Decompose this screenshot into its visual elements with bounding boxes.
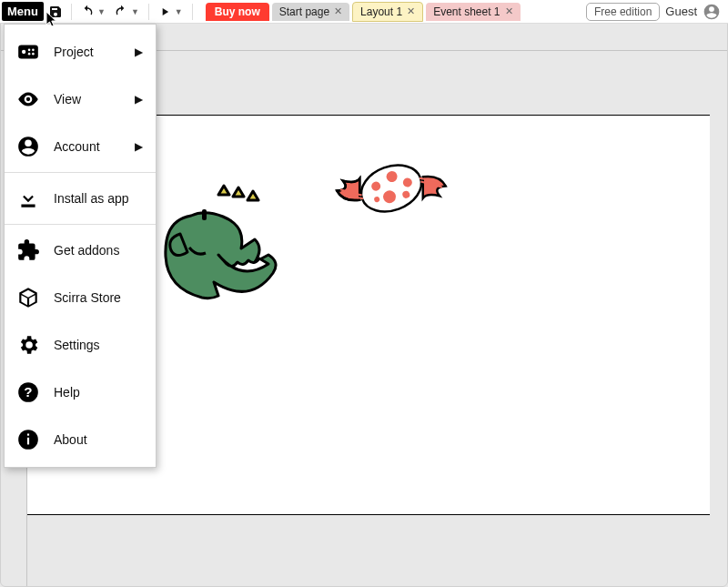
dinosaur-sprite[interactable] — [164, 184, 300, 305]
menu-item-install[interactable]: Install as app — [5, 175, 156, 222]
tab-label: Event sheet 1 — [433, 5, 500, 18]
tab-bar: Buy now Start page ✕ Layout 1 ✕ Event sh… — [206, 2, 521, 22]
separator — [148, 4, 149, 20]
project-icon — [15, 39, 41, 65]
menu-label: Project — [54, 45, 94, 59]
redo-icon[interactable] — [111, 2, 131, 22]
menu-item-about[interactable]: About — [5, 416, 156, 463]
account-icon — [15, 134, 41, 159]
menu-label: View — [54, 92, 81, 106]
menu-label: Settings — [54, 338, 100, 352]
gear-icon — [15, 332, 41, 358]
tab-label: Buy now — [215, 5, 260, 18]
play-icon[interactable] — [155, 2, 175, 22]
install-icon — [15, 186, 41, 211]
main-menu-dropdown: Project ▶ View ▶ Account ▶ Install as ap… — [4, 24, 157, 468]
svg-rect-10 — [27, 438, 29, 445]
svg-point-6 — [26, 97, 30, 101]
menu-label: About — [54, 432, 87, 447]
chevron-right-icon: ▶ — [135, 46, 143, 58]
menu-label: Get addons — [54, 243, 119, 258]
menu-label: Help — [54, 385, 80, 400]
tab-start-page[interactable]: Start page ✕ — [272, 3, 349, 21]
addons-icon — [15, 238, 41, 263]
menu-item-account[interactable]: Account ▶ — [5, 123, 156, 170]
undo-caret-icon[interactable]: ▼ — [97, 7, 106, 16]
toolbar-right: Free edition Guest — [586, 3, 726, 21]
tab-label: Layout 1 — [360, 5, 402, 18]
main-toolbar: Menu ▼ ▼ ▼ Buy now Start page ✕ Layout 1… — [0, 0, 728, 24]
menu-label: Account — [54, 139, 100, 154]
svg-text:?: ? — [24, 384, 32, 400]
close-icon[interactable]: ✕ — [334, 5, 342, 17]
menu-separator — [5, 172, 156, 173]
menu-item-view[interactable]: View ▶ — [5, 76, 156, 123]
svg-point-5 — [32, 53, 35, 56]
svg-rect-12 — [202, 209, 207, 220]
help-icon: ? — [15, 380, 41, 405]
menu-item-help[interactable]: ? Help — [5, 369, 156, 416]
menu-item-settings[interactable]: Settings — [5, 321, 156, 369]
play-caret-icon[interactable]: ▼ — [175, 7, 183, 16]
menu-label: Menu — [7, 5, 38, 18]
svg-point-13 — [355, 157, 428, 219]
free-edition-badge[interactable]: Free edition — [586, 3, 660, 21]
user-avatar-icon[interactable] — [703, 3, 721, 21]
menu-item-project[interactable]: Project ▶ — [5, 28, 156, 76]
close-icon[interactable]: ✕ — [505, 5, 513, 17]
guest-label: Guest — [665, 5, 697, 18]
menu-item-store[interactable]: Scirra Store — [5, 274, 156, 321]
undo-icon[interactable] — [77, 2, 97, 22]
svg-point-1 — [22, 50, 25, 54]
menu-separator — [5, 224, 156, 225]
redo-caret-icon[interactable]: ▼ — [131, 7, 139, 16]
svg-point-4 — [28, 53, 31, 56]
svg-point-2 — [28, 49, 31, 52]
menu-button[interactable]: Menu — [2, 2, 44, 21]
menu-label: Scirra Store — [54, 290, 121, 305]
close-icon[interactable]: ✕ — [407, 5, 415, 17]
chevron-right-icon: ▶ — [135, 140, 143, 153]
tab-label: Start page — [279, 5, 329, 18]
tab-layout-1[interactable]: Layout 1 ✕ — [352, 2, 423, 22]
about-icon — [15, 427, 41, 452]
tab-buy-now[interactable]: Buy now — [206, 3, 269, 21]
svg-rect-0 — [18, 45, 38, 58]
separator — [71, 4, 72, 20]
save-icon[interactable] — [46, 2, 66, 22]
view-icon — [15, 86, 41, 112]
menu-label: Install as app — [54, 191, 129, 206]
menu-item-addons[interactable]: Get addons — [5, 227, 156, 274]
chevron-right-icon: ▶ — [135, 93, 143, 106]
tab-event-sheet-1[interactable]: Event sheet 1 ✕ — [426, 3, 520, 21]
store-icon — [15, 285, 41, 310]
candy-sprite[interactable] — [332, 143, 450, 237]
svg-point-3 — [32, 49, 35, 52]
separator — [192, 4, 193, 20]
svg-rect-11 — [27, 434, 29, 436]
